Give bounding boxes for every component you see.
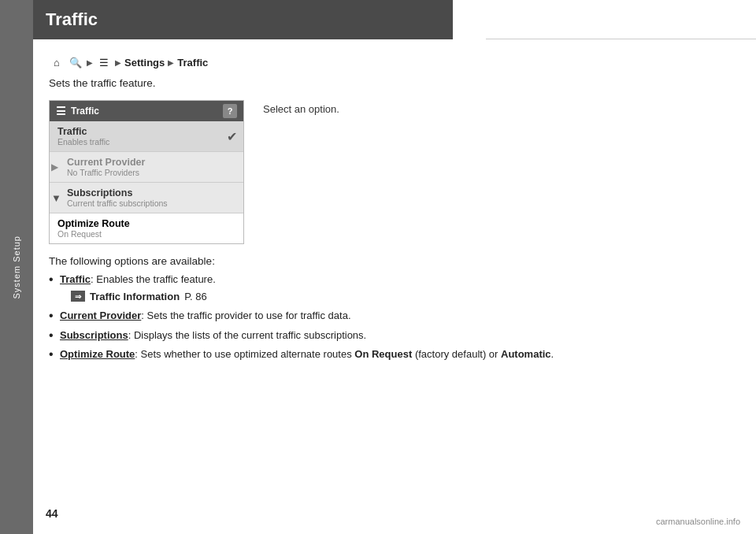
reference-label: Traffic Information	[90, 289, 180, 305]
list-item-subscriptions: Subscriptions: Displays the lists of the…	[49, 328, 732, 343]
menu-item-current-provider[interactable]: ▶ Current Provider No Traffic Providers	[50, 152, 243, 183]
help-button[interactable]: ?	[223, 104, 237, 118]
content-area: ⌂ 🔍 ▶ ☰ ▶ Settings ▶ Traffic Sets the tr…	[33, 39, 756, 382]
colon-traffic: :	[91, 273, 94, 285]
select-prompt: Select an option.	[263, 100, 339, 115]
list-item-current-provider: Current Provider: Sets the traffic provi…	[49, 308, 732, 324]
home-icon: ⌂	[49, 55, 65, 69]
reference-icon: ⇒	[71, 291, 85, 302]
sidebar-label: System Setup	[12, 235, 21, 299]
text-optimize-suffix: .	[551, 348, 554, 360]
reference-page: P. 86	[184, 289, 207, 305]
term-optimize-route: Optimize Route	[60, 348, 135, 360]
colon-optimize: :	[135, 348, 138, 360]
watermark: carmanualsonline.info	[656, 517, 740, 526]
text-current-provider: Sets the traffic provider to use for tra…	[147, 310, 351, 321]
term-subscriptions: Subscriptions	[60, 329, 128, 341]
checkmark-icon: ✔	[227, 129, 237, 144]
text-optimize-mid: (factory default) or	[412, 348, 501, 360]
menu-box: ☰ Traffic ? Traffic Enables traffic ✔ ▶ …	[49, 100, 244, 244]
text-traffic: Enables the traffic feature.	[96, 273, 216, 285]
breadcrumb-traffic: Traffic	[177, 57, 208, 69]
menu-item-subscriptions-subtitle: Current traffic subscriptions	[57, 198, 235, 208]
menu-item-provider-subtitle: No Traffic Providers	[57, 168, 235, 177]
reference-line: ⇒ Traffic Information P. 86	[60, 289, 732, 305]
menu-item-optimize-route[interactable]: Optimize Route On Request	[50, 213, 243, 243]
term-current-provider: Current Provider	[60, 310, 141, 321]
description-list: Traffic: Enables the traffic feature. ⇒ …	[49, 272, 732, 362]
desc-intro: The following options are available:	[49, 255, 732, 267]
on-request-label: On Request	[354, 348, 412, 360]
menu-and-desc: ☰ Traffic ? Traffic Enables traffic ✔ ▶ …	[49, 100, 732, 244]
breadcrumb-arrow-3: ▶	[168, 58, 174, 67]
colon-subscriptions: :	[128, 329, 132, 341]
menu-icon: ☰	[96, 55, 112, 69]
page-title: Traffic	[46, 9, 98, 30]
breadcrumb-settings: Settings	[124, 57, 165, 69]
right-arrow-icon: ▶	[51, 161, 58, 172]
menu-item-traffic-subtitle: Enables traffic	[57, 137, 235, 146]
menu-item-provider-title: Current Provider	[57, 157, 235, 168]
colon-provider: :	[141, 310, 144, 321]
list-item-optimize-route: Optimize Route: Sets whether to use opti…	[49, 347, 732, 362]
description-section: The following options are available: Tra…	[49, 255, 732, 362]
main-content: Traffic ⌂ 🔍 ▶ ☰ ▶ Settings ▶ Traffic Set…	[33, 0, 756, 534]
menu-item-traffic-title: Traffic	[57, 126, 235, 137]
down-arrow-icon: ▼	[51, 192, 61, 204]
page-number: 44	[46, 507, 58, 520]
menu-item-subscriptions[interactable]: ▼ Subscriptions Current traffic subscrip…	[50, 183, 243, 213]
menu-item-traffic[interactable]: Traffic Enables traffic ✔	[50, 121, 243, 152]
menu-item-subscriptions-title: Subscriptions	[57, 187, 235, 198]
page-header-bar: Traffic	[33, 0, 453, 39]
menu-box-header: ☰ Traffic ?	[50, 101, 243, 121]
breadcrumb-arrow-1: ▶	[87, 58, 93, 67]
menu-item-optimize-subtitle: On Request	[57, 229, 235, 239]
automatic-label: Automatic	[501, 348, 551, 360]
sidebar: System Setup	[0, 0, 33, 534]
menu-hamburger-icon: ☰	[56, 105, 66, 117]
list-item-traffic: Traffic: Enables the traffic feature. ⇒ …	[49, 272, 732, 304]
breadcrumb: ⌂ 🔍 ▶ ☰ ▶ Settings ▶ Traffic	[49, 55, 732, 69]
menu-item-optimize-title: Optimize Route	[57, 218, 235, 229]
breadcrumb-arrow-2: ▶	[115, 58, 121, 67]
intro-text: Sets the traffic feature.	[49, 77, 732, 89]
menu-header-left: ☰ Traffic	[56, 105, 99, 117]
text-optimize-prefix: Sets whether to use optimized alternate …	[141, 348, 355, 360]
term-traffic: Traffic	[60, 273, 91, 285]
menu-box-title: Traffic	[71, 106, 99, 117]
search-icon: 🔍	[68, 55, 83, 69]
text-subscriptions: Displays the lists of the current traffi…	[134, 329, 366, 341]
